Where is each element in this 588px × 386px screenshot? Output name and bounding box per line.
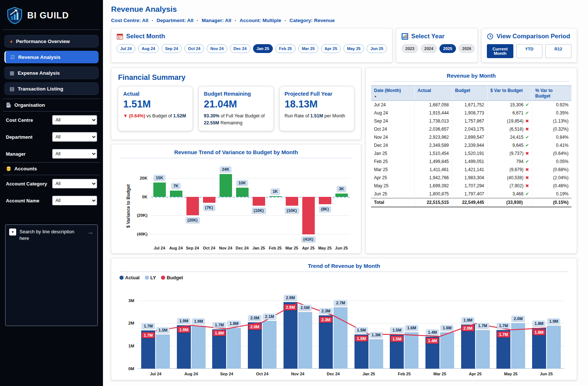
table-row[interactable]: Nov 242,923,9622,899,54724,415✔0.84% [371,133,571,141]
x-axis-label: Jan 25 [351,372,386,376]
variance-bar-jun-25[interactable] [335,194,348,197]
clock-icon [487,33,493,40]
table-cell: 794✔ [487,157,532,166]
month-pill-oct-24[interactable]: Oct 24 [184,44,204,53]
table-row[interactable]: Sep 241,738,0131,757,867(19,854)✖(1.13%) [371,117,571,125]
comparison-r12[interactable]: R12 [545,44,571,58]
search-input[interactable]: ▾ Search by line description here → [9,229,94,241]
table-row[interactable]: Apr 251,942,7661,983,304(40,538)✖(2.04%) [371,174,571,182]
sidebar-item-expense-analysis[interactable]: ▦Expense Analysis [4,67,99,79]
budget-line [138,291,564,369]
ly-data-label: 2.1M [263,314,276,319]
bar-data-label: 1K [271,188,279,194]
filter-select-department[interactable]: All [52,132,97,142]
bar-data-label: 10K [236,180,247,186]
kpi-actual: Actual 1.51M ▼ (0.64%) vs Budget of 1.52… [118,86,193,131]
year-pill-2023[interactable]: 2023 [402,44,418,53]
variance-bar-aug-24[interactable] [170,191,182,197]
table-cell: (1.13%) [532,117,571,125]
table-row[interactable]: Jul 241,687,0581,671,75215,306✔0.92% [371,101,571,109]
x-axis-label: Feb 25 [386,372,422,376]
table-row[interactable]: Aug 241,915,4441,908,7736,671✔0.35% [371,109,571,117]
month-pill-nov-24[interactable]: Nov 24 [207,44,227,53]
search-submit-icon[interactable]: → [87,229,94,236]
column-header-date[interactable]: Date (Month)▲ [371,86,414,101]
x-axis-label: Nov 24 [280,372,316,376]
table-total-row[interactable]: Total22,515,51522,549,445(33,930)(0.15%) [371,198,571,207]
sidebar-item-performance-overview[interactable]: ◕Performance Overview [4,35,99,47]
table-cell: 1,421,141 [452,166,487,174]
table-row[interactable]: Feb 251,499,8451,499,051794✔0.05% [371,157,571,166]
trend-legend: ActualLYBudget [120,275,571,280]
variance-bar-nov-24[interactable] [220,174,232,197]
variance-bar-sep-24[interactable] [186,197,199,215]
sidebar-item-revenue-analysis[interactable]: ☑Revenue Analysis [4,51,99,63]
check-icon: ✔ [525,143,529,148]
table-row[interactable]: Dec 242,349,5892,339,9449,645✔0.41% [371,141,571,149]
table-cell: 1,757,867 [452,117,487,125]
budget-data-label: 1.8M [532,329,545,335]
table-row[interactable]: Oct 242,036,6572,043,175(6,518)✖(0.32%) [371,125,571,133]
variance-bar-apr-25[interactable] [302,197,315,234]
actual-data-label: 1.5M [355,327,368,333]
organisation-filters: Cost CentreAllDepartmentAllManagerAll [0,111,103,162]
comparison-current-month[interactable]: Current Month [487,44,513,58]
table-row[interactable]: May 251,699,3921,707,294(7,902)✖(0.46%) [371,182,571,190]
financial-summary-title: Financial Summary [118,73,354,82]
month-pill-jan-25[interactable]: Jan 25 [253,44,273,53]
actual-data-label: 2.9M [284,295,296,301]
variance-bar-jul-24[interactable] [153,183,166,197]
month-pill-may-25[interactable]: May 25 [343,44,364,53]
actual-data-label: 1.7M [497,323,510,329]
y-tick-label: 20K [140,176,147,180]
table-cell: 1,707,294 [452,182,487,190]
checkbox-icon: ☑ [10,54,15,60]
variance-bar-jan-25[interactable] [253,197,265,206]
variance-bar-oct-24[interactable] [203,197,215,203]
table-row[interactable]: Jun 251,800,8751,797,4073,468✔0.19% [371,190,571,198]
column-header-actual[interactable]: Actual [414,86,452,101]
month-pill-jun-25[interactable]: Jun 25 [367,44,387,53]
month-pill-mar-25[interactable]: Mar 25 [298,44,318,53]
filter-select-manager[interactable]: All [52,149,97,159]
column-header-var[interactable]: $ Var to Budget [487,86,532,101]
month-pill-feb-25[interactable]: Feb 25 [275,44,296,53]
variance-bar-may-25[interactable] [319,197,331,204]
column-header-budget[interactable]: Budget [452,86,487,101]
month-pill-apr-25[interactable]: Apr 25 [321,44,341,53]
variance-bar-feb-25[interactable] [269,196,282,197]
year-pill-2024[interactable]: 2024 [421,44,437,53]
revenue-table-head: Date (Month)▲ Actual Budget $ Var to Bud… [371,86,571,101]
month-pill-jul-24[interactable]: Jul 24 [117,44,135,53]
table-row[interactable]: Mar 251,411,4611,421,141(9,679)✖(0.68%) [371,166,571,174]
breadcrumb-item: Category: Revenue [289,18,335,23]
comparison-ytd[interactable]: YTD [516,44,542,58]
page-title: Revenue Analysis [111,5,577,14]
search-panel: ▾ Search by line description here → [5,224,98,326]
legend-dot [145,276,149,280]
actual-data-label: 1.5M [391,327,403,333]
ly-data-label: 2.0M [512,316,524,322]
table-cell: 1,800,875 [414,190,452,198]
filter-select-account-category[interactable]: All [52,179,97,188]
filter-select-cost-centre[interactable]: All [52,115,97,125]
filter-bar: Select Month Jul 24Aug 24Sep 24Oct 24Nov… [111,28,577,63]
search-toggle-icon[interactable]: ▾ [9,229,16,236]
breadcrumb-item: Manager: All [202,18,232,23]
column-header-var-pct[interactable]: % Var to Budget [532,86,571,101]
variance-bar-mar-25[interactable] [286,197,298,206]
month-pill-aug-24[interactable]: Aug 24 [138,44,159,53]
filter-select-account-name[interactable]: All [52,196,97,205]
month-pill-sep-24[interactable]: Sep 24 [161,44,182,53]
variance-bar-dec-24[interactable] [236,188,249,196]
table-cell: 1,671,752 [452,101,487,109]
comparison-title: View Comparison Period [496,33,570,40]
cross-icon: ✖ [525,127,529,132]
legend-label: Actual [125,275,140,280]
table-row[interactable]: Jan 251,510,4541,520,191(9,737)✖(0.64%) [371,149,571,157]
budget-data-label: 1.4M [426,338,439,344]
sidebar-item-transaction-listing[interactable]: ▤Transaction Listing [4,82,99,95]
month-pill-dec-24[interactable]: Dec 24 [230,44,250,53]
year-pill-2025[interactable]: 2025 [439,44,456,53]
year-pill-2026[interactable]: 2026 [459,44,475,53]
